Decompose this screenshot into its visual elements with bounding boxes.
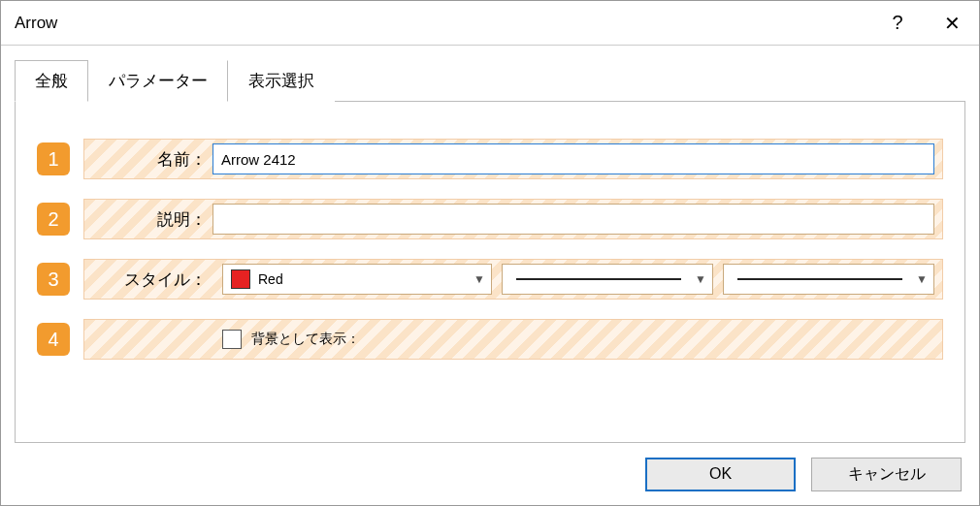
dialog-title: Arrow: [15, 14, 870, 33]
help-icon: ?: [892, 12, 902, 34]
cancel-button[interactable]: キャンセル: [811, 458, 962, 491]
badge-3: 3: [37, 263, 70, 296]
help-button[interactable]: ?: [870, 1, 925, 46]
tab-parameters-label: パラメーター: [109, 72, 208, 90]
tab-panel-general: 1 名前： 2 説明： 3 スタイル： R: [15, 101, 965, 443]
ok-button-label: OK: [709, 465, 732, 483]
ok-button[interactable]: OK: [645, 458, 796, 491]
description-input[interactable]: [212, 204, 934, 235]
checkbox-wrap[interactable]: 背景として表示：: [222, 330, 360, 349]
close-button[interactable]: ✕: [925, 1, 979, 46]
line-width-sample: [737, 278, 902, 280]
color-combo-label: Red: [258, 271, 283, 287]
row-style: 3 スタイル： Red ▼ ▼ ▼: [37, 259, 943, 300]
close-icon: ✕: [944, 12, 961, 35]
tab-display-label: 表示選択: [248, 72, 314, 90]
tab-parameters[interactable]: パラメーター: [88, 60, 228, 102]
row-description: 2 説明：: [37, 199, 943, 239]
badge-4: 4: [37, 323, 70, 356]
tab-display[interactable]: 表示選択: [228, 60, 335, 102]
line-style-combo[interactable]: ▼: [502, 264, 713, 295]
label-description: 説明：: [84, 208, 212, 231]
badge-2: 2: [37, 203, 70, 236]
label-style: スタイル：: [84, 269, 212, 291]
dialog-window: Arrow ? ✕ 全般 パラメーター 表示選択 1 名前： 2: [0, 0, 980, 506]
background-checkbox[interactable]: [222, 330, 242, 349]
dialog-content: 全般 パラメーター 表示選択 1 名前： 2 説明： 3: [1, 46, 979, 443]
tabs: 全般 パラメーター 表示選択: [15, 59, 965, 101]
chevron-down-icon: ▼: [916, 272, 928, 286]
row-name-strip: 名前：: [83, 139, 943, 179]
label-show-as-background: 背景として表示：: [251, 331, 360, 348]
tab-general[interactable]: 全般: [15, 60, 88, 102]
row-style-strip: スタイル： Red ▼ ▼ ▼: [83, 259, 943, 300]
line-style-sample: [516, 278, 681, 280]
color-combo[interactable]: Red ▼: [222, 264, 492, 295]
tab-general-label: 全般: [35, 72, 68, 90]
line-width-combo[interactable]: ▼: [723, 264, 934, 295]
row-desc-strip: 説明：: [83, 199, 943, 239]
label-name: 名前：: [84, 148, 212, 171]
name-input[interactable]: [212, 143, 934, 174]
badge-1: 1: [37, 142, 70, 175]
chevron-down-icon: ▼: [695, 272, 706, 286]
row-name: 1 名前：: [37, 139, 943, 179]
color-swatch: [231, 269, 250, 289]
cancel-button-label: キャンセル: [848, 464, 926, 485]
chevron-down-icon: ▼: [474, 272, 485, 286]
row-bg-strip: 背景として表示：: [83, 319, 943, 360]
titlebar: Arrow ? ✕: [1, 1, 979, 46]
row-background: 4 背景として表示：: [37, 319, 943, 360]
dialog-footer: OK キャンセル: [1, 443, 979, 505]
